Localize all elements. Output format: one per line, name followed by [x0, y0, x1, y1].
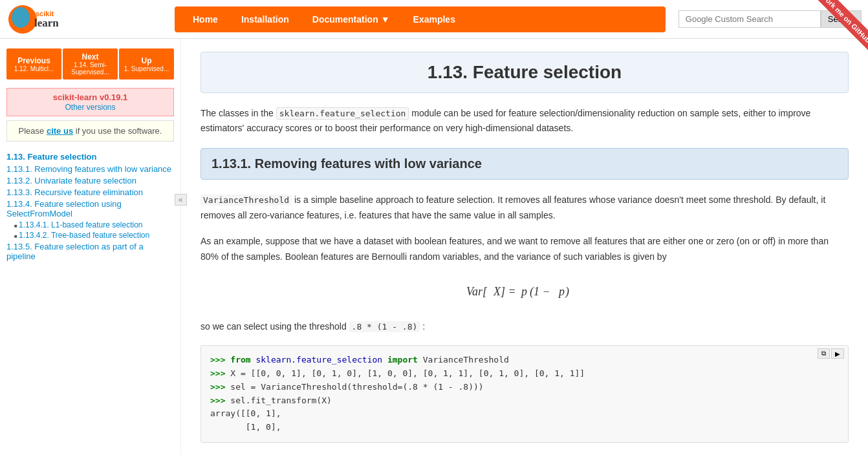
- cite-link[interactable]: cite us: [47, 126, 73, 136]
- collapse-sidebar-button[interactable]: «: [175, 194, 187, 206]
- fork-ribbon-label: Fork me on GitHub: [812, 0, 868, 54]
- svg-point-1: [12, 7, 30, 28]
- search-input[interactable]: [678, 10, 821, 28]
- site-logo: scikit learn: [6, 3, 110, 36]
- nav-documentation[interactable]: Documentation ▼: [301, 14, 402, 25]
- code-copy-button[interactable]: ⧉: [818, 348, 830, 359]
- code-run-button[interactable]: ▶: [831, 348, 844, 359]
- svg-text:Var[: Var[: [466, 285, 488, 298]
- up-button[interactable]: Up 1. Supervised...: [119, 48, 174, 79]
- version-box: scikit-learn v0.19.1 Other versions: [6, 88, 174, 116]
- other-versions-link[interactable]: Other versions: [65, 103, 115, 112]
- toc-sub-l1[interactable]: 1.13.4.1. L1-based feature selection: [14, 220, 174, 229]
- code-line-5: array([[0, 1],: [210, 407, 839, 421]
- toc-sub-tree[interactable]: 1.13.4.2. Tree-based feature selection: [14, 231, 174, 240]
- threshold-para: so we can select using the threshold .8 …: [201, 319, 849, 335]
- code-line-2: >>> X = [[0, 0, 1], [0, 1, 0], [1, 0, 0]…: [210, 367, 839, 381]
- code-line-3: >>> sel = VarianceThreshold(threshold=(.…: [210, 381, 839, 394]
- sidebar: Previous 1.12. Multicl... Next 1.14. Sem…: [0, 39, 181, 455]
- toc-main-link[interactable]: 1.13. Feature selection: [6, 152, 174, 162]
- version-title: scikit-learn v0.19.1: [12, 92, 168, 102]
- nav-buttons-row: Previous 1.12. Multicl... Next 1.14. Sem…: [0, 45, 180, 83]
- svg-text:p: p: [558, 285, 565, 298]
- code-block: ⧉ ▶ >>> from sklearn.feature_selection i…: [201, 345, 849, 443]
- toc-item-univariate[interactable]: 1.13.2. Univariate feature selection: [6, 176, 174, 185]
- formula-area: Var[ X ] = p (1 − p ): [201, 277, 849, 306]
- logo-area: scikit learn: [6, 3, 175, 36]
- main-content: 1.13. Feature selection The classes in t…: [181, 39, 868, 455]
- svg-text:(1 −: (1 −: [530, 285, 550, 299]
- svg-text:learn: learn: [34, 17, 59, 29]
- layout: Previous 1.12. Multicl... Next 1.14. Sem…: [0, 39, 868, 455]
- toc: 1.13. Feature selection 1.13.1. Removing…: [0, 145, 180, 267]
- nav-installation[interactable]: Installation: [230, 14, 301, 25]
- intro-paragraph: The classes in the sklearn.feature_selec…: [201, 106, 849, 135]
- dropdown-arrow-icon: ▼: [381, 14, 390, 25]
- toc-item-pipeline[interactable]: 1.13.5. Feature selection as part of a p…: [6, 242, 174, 261]
- svg-text:p: p: [520, 285, 527, 298]
- svg-text:] =: ] =: [500, 285, 516, 298]
- svg-text:): ): [565, 285, 569, 299]
- nav-bar: Home Installation Documentation ▼ Exampl…: [175, 6, 666, 32]
- variance-threshold-para: VarianceThreshold is a simple baseline a…: [201, 193, 849, 224]
- nav-examples[interactable]: Examples: [402, 14, 467, 25]
- toc-item-recursive[interactable]: 1.13.3. Recursive feature elimination: [6, 187, 174, 197]
- nav-home[interactable]: Home: [181, 14, 230, 25]
- variance-threshold-code: VarianceThreshold: [201, 195, 292, 206]
- toc-item-selectfrommodel[interactable]: 1.13.4. Feature selection using SelectFr…: [6, 199, 174, 218]
- code-block-toolbar: ⧉ ▶: [818, 348, 844, 359]
- section1-heading: 1.13.1. Removing features with low varia…: [201, 148, 849, 180]
- threshold-inline-code: .8 * (1 - .8): [349, 321, 420, 332]
- boolean-features-para: As an example, suppose that we have a da…: [201, 234, 849, 265]
- next-button[interactable]: Next 1.14. Semi-Supervised...: [63, 48, 118, 79]
- fork-ribbon[interactable]: Fork me on GitHub: [810, 0, 868, 58]
- code-line-6: [1, 0],: [210, 421, 839, 434]
- page-title: 1.13. Feature selection: [201, 52, 849, 93]
- module-code: sklearn.feature_selection: [276, 107, 409, 120]
- toc-item-removing-features[interactable]: 1.13.1. Removing features with low varia…: [6, 164, 174, 174]
- formula-svg: Var[ X ] = p (1 − p ): [460, 277, 589, 303]
- code-line-1: >>> from sklearn.feature_selection impor…: [210, 354, 839, 367]
- code-line-4: >>> sel.fit_transform(X): [210, 394, 839, 408]
- header: scikit learn Home Installation Documenta…: [0, 0, 868, 39]
- prev-button[interactable]: Previous 1.12. Multicl...: [6, 48, 61, 79]
- cite-box: Please cite us if you use the software.: [6, 120, 174, 142]
